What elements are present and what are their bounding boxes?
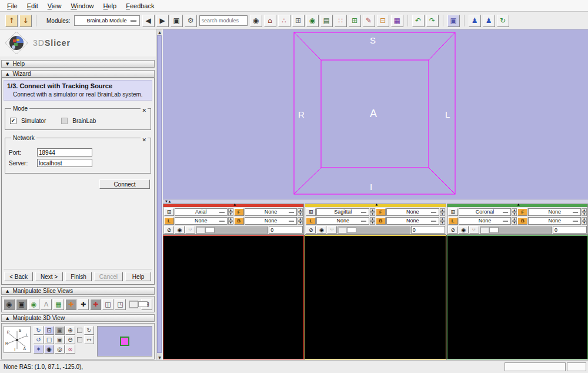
sagittal-offset-value[interactable]: 0 xyxy=(411,226,445,234)
data-module-icon[interactable]: ∴ xyxy=(278,15,290,27)
menu-item-feedback[interactable]: Feedback xyxy=(122,1,160,11)
visibility-icon[interactable]: ◎ xyxy=(55,345,65,354)
axial-offset-slider[interactable] xyxy=(196,227,268,234)
layout-select-icon[interactable]: ▣ xyxy=(171,15,183,27)
look-from-icon[interactable]: ◉ xyxy=(44,345,54,354)
slice-options-icon[interactable]: ∵ xyxy=(327,226,337,234)
coronal-background-dropdown[interactable]: None xyxy=(528,217,581,225)
module-next-icon[interactable]: ▶ xyxy=(156,15,169,27)
labelmap-spinner[interactable]: ▲▼ xyxy=(228,217,233,225)
labelmap-spinner[interactable]: ▲▼ xyxy=(370,217,375,225)
port-field[interactable] xyxy=(37,148,92,156)
layers-module-icon[interactable]: ▤ xyxy=(320,15,333,27)
menu-item-edit[interactable]: Edit xyxy=(24,1,44,11)
sagittal-viewport[interactable] xyxy=(305,235,446,359)
connect-button[interactable]: Connect xyxy=(99,179,150,189)
orientation-spinner[interactable]: ▲▼ xyxy=(512,208,517,216)
slice-visibility-icon[interactable]: ◉ xyxy=(316,226,326,234)
redo-icon[interactable]: ↷ xyxy=(426,15,439,27)
panel-scrollbar[interactable]: ▲ ▼ xyxy=(156,29,162,360)
module-back-icon[interactable]: ◀ xyxy=(142,15,155,27)
rotate-pitch-icon[interactable]: ↻ xyxy=(34,326,44,335)
fit-slices-icon[interactable]: ▣ xyxy=(16,299,27,310)
mode-close-icon[interactable]: ✕ xyxy=(141,108,148,114)
background-spinner[interactable]: ▲▼ xyxy=(298,217,303,225)
axial-color-bar[interactable]: ▲ xyxy=(163,204,303,207)
background-layer-icon[interactable]: B xyxy=(234,217,244,225)
foreground-spinner[interactable]: ▲▼ xyxy=(582,208,587,216)
view3d-section-header[interactable]: ▲ Manipulate 3D View xyxy=(1,314,155,322)
annotations-module-icon[interactable]: ✎ xyxy=(363,15,375,27)
fit-to-window-icon[interactable]: ◫ xyxy=(102,299,113,310)
load-scene-icon[interactable]: ↑ xyxy=(5,15,18,27)
navigate-slices-icon[interactable]: ✚ xyxy=(90,299,101,310)
navigation-zoom-box[interactable] xyxy=(120,337,129,346)
brainlab-checkbox[interactable] xyxy=(61,118,68,124)
threed-viewport[interactable]: S R A L I xyxy=(163,29,588,199)
slice-menu-icon[interactable]: ⊞ xyxy=(164,208,174,216)
coronal-color-bar[interactable]: ▲ xyxy=(447,204,587,207)
back-button[interactable]: < Back xyxy=(4,272,33,281)
next-button[interactable]: Next > xyxy=(35,272,63,281)
undo-icon[interactable]: ↶ xyxy=(412,15,425,27)
zoom-in-icon[interactable]: ⊕ xyxy=(65,326,75,335)
foreground-layer-icon[interactable]: F xyxy=(376,208,386,216)
coronal-labelmap-dropdown[interactable]: None xyxy=(459,217,512,225)
field-of-view-slider[interactable] xyxy=(129,301,138,308)
axial-foreground-dropdown[interactable]: None xyxy=(245,208,298,216)
axis-orientation-widget[interactable]: P S L R A I xyxy=(4,326,31,353)
expand-controller-icon[interactable]: ▲ xyxy=(517,202,520,206)
camera-icon[interactable]: ▣ xyxy=(55,335,65,344)
foreground-spinner[interactable]: ▲▼ xyxy=(298,208,303,216)
sagittal-color-bar[interactable]: ▲ xyxy=(305,204,445,207)
slider-handle[interactable] xyxy=(138,301,148,307)
crosshair-icon[interactable]: ✚ xyxy=(78,299,89,310)
foreground-layer-icon[interactable]: F xyxy=(517,208,527,216)
axial-labelmap-dropdown[interactable]: None xyxy=(175,217,228,225)
wizard-section-header[interactable]: ▲ Wizard xyxy=(1,70,155,78)
network-close-icon[interactable]: ✕ xyxy=(141,137,148,143)
expand-controller-icon[interactable]: ▲ xyxy=(375,202,377,206)
save-scene-icon[interactable]: ↓ xyxy=(19,15,32,27)
navigation-preview[interactable] xyxy=(97,326,152,357)
colors-module-icon[interactable]: ▦ xyxy=(391,15,403,27)
slice-model-icon[interactable]: ◉ xyxy=(28,299,39,310)
slice-options-icon[interactable]: ∵ xyxy=(469,226,479,234)
annotation-letter-icon[interactable]: A xyxy=(41,299,52,310)
background-spinner[interactable]: ▲▼ xyxy=(582,217,587,225)
axial-orientation-dropdown[interactable]: Axial xyxy=(175,208,228,216)
scrollbar-thumb[interactable] xyxy=(157,35,162,353)
sagittal-foreground-dropdown[interactable]: None xyxy=(386,208,439,216)
cancel-button[interactable]: Cancel xyxy=(94,272,123,281)
search-modules-input[interactable] xyxy=(199,15,248,26)
spin-view-icon[interactable]: ↻ xyxy=(84,326,94,335)
menu-item-help[interactable]: Help xyxy=(100,1,123,11)
slice-options-icon[interactable]: ∵ xyxy=(185,226,195,234)
scroll-up-icon[interactable]: ▲ xyxy=(157,29,162,35)
toggle-slice-visibility-icon[interactable]: ◉ xyxy=(4,299,15,310)
screenshot-icon[interactable]: ◳ xyxy=(115,299,126,310)
link-slices-icon[interactable]: ⊘ xyxy=(448,226,458,234)
orientation-spinner[interactable]: ▲▼ xyxy=(370,208,375,216)
foreground-spinner[interactable]: ▲▼ xyxy=(440,208,445,216)
slider-handle[interactable] xyxy=(489,227,499,233)
orientation-spinner[interactable]: ▲▼ xyxy=(228,208,233,216)
link-slices-icon[interactable]: ⊘ xyxy=(306,226,316,234)
rock-checkbox[interactable] xyxy=(77,337,82,342)
background-spinner[interactable]: ▲▼ xyxy=(440,217,445,225)
slice-menu-icon[interactable]: ⊞ xyxy=(448,208,458,216)
measurements-module-icon[interactable]: ⊟ xyxy=(377,15,389,27)
menu-item-file[interactable]: File xyxy=(4,1,24,11)
crosshair-orange-icon[interactable]: ✚ xyxy=(65,299,76,310)
ortho-view-icon[interactable]: □ xyxy=(44,335,54,344)
fiducial-person-alt-icon[interactable]: ♟ xyxy=(483,15,495,27)
finish-button[interactable]: Finish xyxy=(65,272,92,281)
slice-views-section-header[interactable]: ▲ Manipulate Slice Views xyxy=(1,287,155,295)
volumes-module-icon[interactable]: ⊞ xyxy=(292,15,305,27)
coronal-orientation-dropdown[interactable]: Coronal xyxy=(459,208,512,216)
home-module-icon[interactable]: ⌂ xyxy=(264,15,276,27)
fiducial-person-icon[interactable]: ♟ xyxy=(469,15,481,27)
axial-background-dropdown[interactable]: None xyxy=(245,217,298,225)
rock-view-icon[interactable]: ↔ xyxy=(84,335,94,344)
help-section-header[interactable]: ▼ Help xyxy=(1,60,155,68)
